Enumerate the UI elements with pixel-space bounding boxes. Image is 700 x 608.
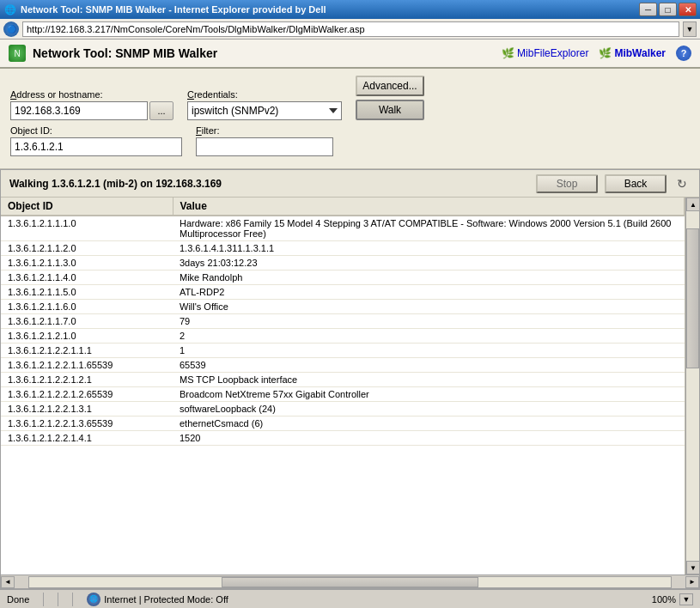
credentials-select[interactable]: ipswitch (SNMPv2)public (SNMPv1)private … (187, 101, 342, 120)
vertical-scrollbar[interactable]: ▲ ▼ (685, 198, 699, 575)
stop-button[interactable]: Stop (536, 174, 598, 193)
refresh-icon[interactable]: ↻ (673, 175, 691, 192)
cell-oid: 1.3.6.1.2.1.2.2.1.1.65539 (1, 358, 173, 373)
page-title: Network Tool: SNMP MIB Walker (33, 46, 502, 60)
scroll-thumb[interactable] (686, 228, 699, 368)
walk-button[interactable]: Walk (356, 100, 424, 120)
walker-icon: 🌿 (599, 47, 612, 59)
table-row[interactable]: 1.3.6.1.2.1.2.2.1.3.1softwareLoopback (2… (1, 402, 685, 416)
cell-value: ATL-RDP2 (173, 285, 685, 300)
address-field[interactable] (10, 101, 148, 120)
address-input[interactable] (22, 21, 679, 37)
cell-oid: 1.3.6.1.2.1.1.4.0 (1, 271, 173, 285)
cell-value: 1520 (173, 431, 685, 446)
cell-oid: 1.3.6.1.2.1.1.3.0 (1, 256, 173, 271)
results-toolbar: Walking 1.3.6.1.2.1 (mib-2) on 192.168.3… (1, 170, 699, 198)
mibwalker-link[interactable]: 🌿 MibWalker (599, 47, 666, 59)
table-row[interactable]: 1.3.6.1.2.1.1.1.0Hardware: x86 Family 15… (1, 216, 685, 241)
close-button[interactable]: ✕ (679, 3, 697, 16)
address-input-group: ... (10, 101, 173, 120)
table-row[interactable]: 1.3.6.1.2.1.2.2.1.1.11 (1, 344, 685, 358)
address-dropdown[interactable]: ▼ (683, 21, 697, 37)
main-content: N Network Tool: SNMP MIB Walker 🌿 MibFil… (0, 40, 700, 608)
advanced-button[interactable]: Advanced... (356, 76, 424, 96)
status-text: Done (7, 594, 29, 605)
cell-oid: 1.3.6.1.2.1.2.2.1.2.1 (1, 373, 173, 387)
objectid-label: Object ID: (10, 125, 182, 136)
filter-group: Filter: (196, 125, 333, 156)
header-panel: N Network Tool: SNMP MIB Walker 🌿 MibFil… (0, 40, 700, 69)
form-row-1: Address or hostname: ... Credentials: ip… (10, 76, 690, 120)
security-zone: 🌐 Internet | Protected Mode: Off (87, 593, 228, 606)
filter-label: Filter: (196, 125, 333, 136)
table-row[interactable]: 1.3.6.1.2.1.1.4.0Mike Randolph (1, 271, 685, 285)
status-divider-1 (43, 593, 44, 606)
header-links: 🌿 MibFileExplorer 🌿 MibWalker ? (502, 46, 691, 61)
maximize-button[interactable]: □ (659, 3, 677, 16)
h-scrollbar-thumb[interactable] (222, 577, 478, 587)
explorer-icon: 🌿 (502, 47, 514, 59)
cell-oid: 1.3.6.1.2.1.2.2.1.4.1 (1, 431, 173, 446)
cell-value: softwareLoopback (24) (173, 402, 685, 416)
credentials-label: Credentials: (187, 89, 342, 100)
table-row[interactable]: 1.3.6.1.2.1.2.2.1.1.6553965539 (1, 358, 685, 373)
cell-oid: 1.3.6.1.2.1.2.2.1.2.65539 (1, 387, 173, 402)
results-tbody: 1.3.6.1.2.1.1.1.0Hardware: x86 Family 15… (1, 216, 685, 446)
table-row[interactable]: 1.3.6.1.2.1.1.6.0Will's Office (1, 300, 685, 314)
app-icon: 🌐 (3, 3, 17, 16)
filter-field[interactable] (196, 137, 333, 156)
cell-value: Broadcom NetXtreme 57xx Gigabit Controll… (173, 387, 685, 402)
table-container: Object ID Value 1.3.6.1.2.1.1.1.0Hardwar… (1, 198, 685, 575)
window-controls: ─ □ ✕ (639, 3, 697, 16)
table-row[interactable]: 1.3.6.1.2.1.2.2.1.2.65539Broadcom NetXtr… (1, 387, 685, 402)
results-status: Walking 1.3.6.1.2.1 (mib-2) on 192.168.3… (9, 178, 529, 190)
table-row[interactable]: 1.3.6.1.2.1.1.3.03days 21:03:12.23 (1, 256, 685, 271)
cell-oid: 1.3.6.1.2.1.2.1.0 (1, 329, 173, 344)
address-label: Address or hostname: (10, 89, 173, 100)
scroll-down-button[interactable]: ▼ (686, 561, 699, 575)
scroll-up-button[interactable]: ▲ (686, 198, 699, 211)
results-container: Walking 1.3.6.1.2.1 (mib-2) on 192.168.3… (0, 169, 700, 589)
horizontal-scrollbar-area: ◄ ► (1, 575, 699, 588)
form-area: Address or hostname: ... Credentials: ip… (0, 69, 700, 169)
table-row[interactable]: 1.3.6.1.2.1.2.1.02 (1, 329, 685, 344)
back-button[interactable]: Back (605, 174, 667, 193)
app-logo: N (9, 45, 26, 62)
browser-icon: 🔵 (3, 21, 19, 37)
cell-oid: 1.3.6.1.2.1.1.2.0 (1, 241, 173, 256)
col-header-oid: Object ID (1, 198, 173, 216)
cell-value: Hardware: x86 Family 15 Model 4 Stepping… (173, 216, 685, 241)
cell-value: 1.3.6.1.4.1.311.1.3.1.1 (173, 241, 685, 256)
results-table: Object ID Value 1.3.6.1.2.1.1.1.0Hardwar… (1, 198, 685, 446)
scroll-left-button[interactable]: ◄ (1, 576, 15, 588)
zoom-section: 100% ▼ (652, 593, 693, 605)
cell-oid: 1.3.6.1.2.1.1.6.0 (1, 300, 173, 314)
cell-value: ethernetCsmacd (6) (173, 416, 685, 431)
table-with-scroll: Object ID Value 1.3.6.1.2.1.1.1.0Hardwar… (1, 198, 699, 575)
cell-oid: 1.3.6.1.2.1.1.1.0 (1, 216, 173, 241)
table-row[interactable]: 1.3.6.1.2.1.1.7.079 (1, 314, 685, 329)
cell-value: MS TCP Loopback interface (173, 373, 685, 387)
header-row: Object ID Value (1, 198, 685, 216)
table-row[interactable]: 1.3.6.1.2.1.2.2.1.4.11520 (1, 431, 685, 446)
table-row[interactable]: 1.3.6.1.2.1.1.5.0ATL-RDP2 (1, 285, 685, 300)
cell-oid: 1.3.6.1.2.1.2.2.1.3.1 (1, 402, 173, 416)
table-row[interactable]: 1.3.6.1.2.1.2.2.1.3.65539ethernetCsmacd … (1, 416, 685, 431)
zoom-dropdown-button[interactable]: ▼ (679, 593, 693, 605)
action-buttons: Advanced... Walk (356, 76, 424, 120)
table-row[interactable]: 1.3.6.1.2.1.2.2.1.2.1MS TCP Loopback int… (1, 373, 685, 387)
table-row[interactable]: 1.3.6.1.2.1.1.2.01.3.6.1.4.1.311.1.3.1.1 (1, 241, 685, 256)
help-button[interactable]: ? (676, 46, 691, 61)
browse-button[interactable]: ... (149, 101, 173, 120)
scroll-right-button[interactable]: ► (685, 576, 699, 588)
credentials-group: Credentials: ipswitch (SNMPv2)public (SN… (187, 89, 342, 120)
objectid-field[interactable] (10, 137, 182, 156)
mibfileexplorer-link[interactable]: 🌿 MibFileExplorer (502, 47, 588, 59)
h-scrollbar (28, 576, 672, 588)
col-header-value: Value (173, 198, 685, 216)
cell-value: Will's Office (173, 300, 685, 314)
zoom-level: 100% (652, 594, 676, 605)
cell-value: Mike Randolph (173, 271, 685, 285)
minimize-button[interactable]: ─ (639, 3, 657, 16)
cell-value: 1 (173, 344, 685, 358)
